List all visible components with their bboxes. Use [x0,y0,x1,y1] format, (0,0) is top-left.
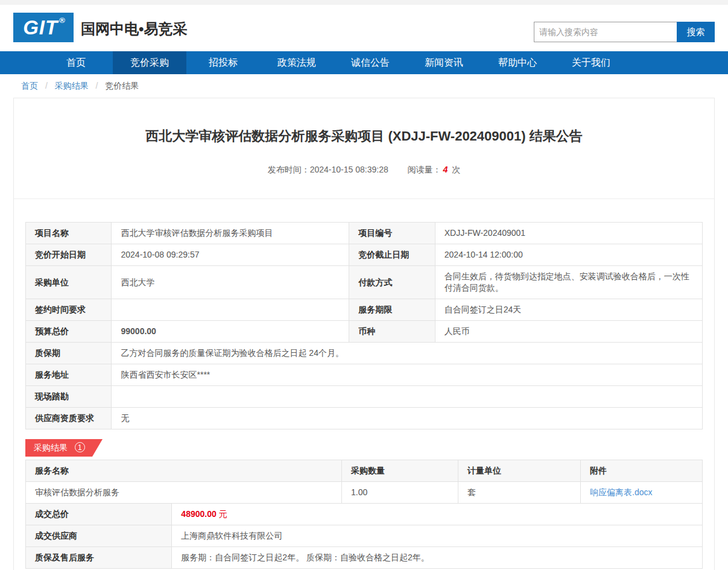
after-sale-label: 质保及售后服务 [26,547,172,569]
nav-item-news[interactable]: 新闻资讯 [407,51,481,74]
service-period-label: 服务期限 [349,299,435,321]
views-count: 4 [443,165,448,174]
table-row: 服务地址 陕西省西安市长安区**** [26,364,703,386]
sign-time-label: 签约时间要求 [26,299,112,321]
page-title: 西北大学审核评估数据分析服务采购项目 (XDJJ-FW-202409001) 结… [14,98,714,145]
qualification-value: 无 [112,408,703,429]
address-value: 陕西省西安市长安区**** [112,364,703,386]
supplier-label: 成交供应商 [26,525,172,547]
breadcrumb-separator: / [45,81,48,90]
publish-time: 发布时间：2024-10-15 08:39:28 [268,165,388,174]
announcement-card: 西北大学审核评估数据分析服务采购项目 (XDJJ-FW-202409001) 结… [13,98,715,570]
purchase-result-badge-label: 采购结果 [34,443,68,452]
currency-value: 人民币 [435,321,702,343]
sign-time-value [112,299,349,321]
logo-text: GIT [23,16,58,39]
table-row: 成交总价 48900.00 元 [26,504,703,525]
currency-label: 币种 [349,321,435,343]
site-title: 国网中电•易竞采 [81,19,187,39]
breadcrumb-separator: / [96,81,98,90]
purchaser-label: 采购单位 [26,266,112,299]
table-row: 采购单位 西北大学 付款方式 合同生效后，待货物到达指定地点、安装调试验收合格后… [26,266,703,299]
deal-summary-table: 成交总价 48900.00 元 成交供应商 上海商鼎软件科技有限公司 质保及售后… [25,503,703,569]
col-quantity: 采购数量 [341,460,458,482]
table-row: 竞价开始日期 2024-10-08 09:29:57 竞价截止日期 2024-1… [26,244,703,266]
nav-item-bidding-purchase[interactable]: 竞价采购 [113,51,186,74]
supplier-value: 上海商鼎软件科技有限公司 [172,525,703,547]
site-visit-value [112,386,703,408]
registered-trademark-icon: ® [59,16,65,25]
site-header: GIT ® 国网中电•易竞采 搜索 [0,5,728,51]
article-meta: 发布时间：2024-10-15 08:39:28 阅读量：4 次 [14,165,714,199]
breadcrumb-home[interactable]: 首页 [21,81,38,90]
publish-time-label: 发布时间： [268,165,310,174]
project-code-label: 项目编号 [349,223,435,244]
result-table: 服务名称 采购数量 计量单位 附件 审核评估数据分析服务 1.00 套 响应偏离… [25,460,703,504]
search-button[interactable]: 搜索 [677,22,715,42]
nav-item-policy[interactable]: 政策法规 [260,51,334,74]
warranty-value: 乙方对合同服务的质量保证期为验收合格后之日起 24个月。 [112,343,703,364]
nav-item-tendering[interactable]: 招投标 [186,51,260,74]
result-section-header: 采购结果 1 [25,439,714,457]
quantity-cell: 1.00 [341,482,458,504]
qualification-label: 供应商资质要求 [26,408,112,429]
project-code-value: XDJJ-FW-202409001 [435,223,702,244]
views: 阅读量：4 次 [408,165,461,174]
budget-label: 预算总价 [26,321,112,343]
col-attachment: 附件 [581,460,703,482]
nav-item-integrity[interactable]: 诚信公告 [334,51,407,74]
main-nav: 首页 竞价采购 招投标 政策法规 诚信公告 新闻资讯 帮助中心 关于我们 [0,51,728,74]
bid-start-label: 竞价开始日期 [26,244,112,266]
attachment-link[interactable]: 响应偏离表.docx [590,487,652,497]
top-strip [0,0,728,5]
nav-item-help[interactable]: 帮助中心 [481,51,554,74]
unit-cell: 套 [458,482,580,504]
table-row: 质保及售后服务 服务期：自合同签订之日起2年。 质保期：自验收合格之日起2年。 [26,547,703,569]
bid-end-value: 2024-10-14 12:00:00 [435,244,702,266]
views-label: 阅读量： [408,165,442,174]
search-input[interactable] [534,22,677,42]
project-name-label: 项目名称 [26,223,112,244]
bid-start-value: 2024-10-08 09:29:57 [112,244,349,266]
table-row: 签约时间要求 服务期限 自合同签订之日24天 [26,299,703,321]
nav-item-home[interactable]: 首页 [39,51,113,74]
budget-value: 99000.00 [112,321,349,343]
table-row: 审核评估数据分析服务 1.00 套 响应偏离表.docx [26,482,703,504]
table-row: 项目名称 西北大学审核评估数据分析服务采购项目 项目编号 XDJJ-FW-202… [26,223,703,244]
search-box: 搜索 [534,22,715,42]
warranty-label: 质保期 [26,343,112,364]
table-row: 供应商资质要求 无 [26,408,703,429]
site-visit-label: 现场踏勘 [26,386,112,408]
payment-label: 付款方式 [349,266,435,299]
col-unit: 计量单位 [458,460,580,482]
table-row: 现场踏勘 [26,386,703,408]
breadcrumb-current: 竞价结果 [105,81,139,90]
table-row: 预算总价 99000.00 币种 人民币 [26,321,703,343]
bid-end-label: 竞价截止日期 [349,244,435,266]
deal-price-unit: 元 [219,509,227,519]
deal-price-amount: 48900.00 [181,509,216,519]
nav-item-about[interactable]: 关于我们 [554,51,628,74]
site-logo[interactable]: GIT ® [13,13,74,42]
table-row: 质保期 乙方对合同服务的质量保证期为验收合格后之日起 24个月。 [26,343,703,364]
after-sale-value: 服务期：自合同签订之日起2年。 质保期：自验收合格之日起2年。 [172,547,703,569]
publish-time-value: 2024-10-15 08:39:28 [310,165,388,174]
service-name-cell: 审核评估数据分析服务 [26,482,342,504]
purchaser-value: 西北大学 [112,266,349,299]
project-info-table: 项目名称 西北大学审核评估数据分析服务采购项目 项目编号 XDJJ-FW-202… [25,222,703,429]
purchase-result-badge: 采购结果 1 [25,439,92,457]
service-period-value: 自合同签订之日24天 [435,299,702,321]
breadcrumb-purchase-results[interactable]: 采购结果 [55,81,89,90]
views-unit: 次 [452,165,460,174]
table-header-row: 服务名称 采购数量 计量单位 附件 [26,460,703,482]
payment-value: 合同生效后，待货物到达指定地点、安装调试验收合格后，一次性付清合同货款。 [435,266,702,299]
deal-price-label: 成交总价 [26,504,172,525]
breadcrumb: 首页 / 采购结果 / 竞价结果 [0,74,728,98]
project-name-value: 西北大学审核评估数据分析服务采购项目 [112,223,349,244]
table-row: 成交供应商 上海商鼎软件科技有限公司 [26,525,703,547]
address-label: 服务地址 [26,364,112,386]
col-service-name: 服务名称 [26,460,342,482]
purchase-result-count-badge: 1 [75,442,85,452]
